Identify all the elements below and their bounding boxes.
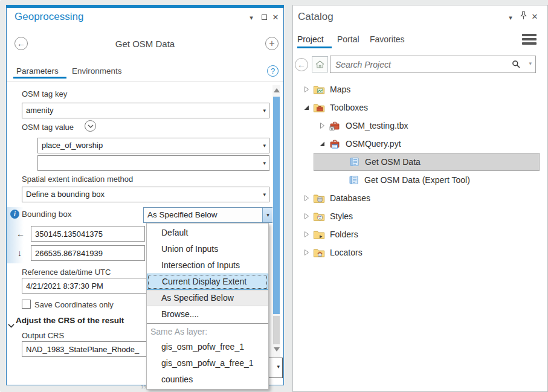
script-tool-icon [349, 175, 359, 185]
output-crs-label: Output CRS [22, 331, 64, 340]
menu-item-default[interactable]: Default [147, 225, 268, 241]
menu-item-current-display-extent[interactable]: Current Display Extent [147, 274, 268, 290]
tree-item-toolboxes[interactable]: Toolboxes [293, 98, 547, 117]
menu-item-as-specified-below[interactable]: As Specified Below [147, 290, 268, 306]
scroll-down-icon[interactable] [274, 347, 280, 352]
styles-folder-icon [314, 212, 324, 221]
search-icon[interactable] [512, 60, 521, 69]
tree-item-label: Styles [330, 211, 353, 221]
float-square-icon [262, 14, 267, 20]
expander-collapsed-icon[interactable] [303, 213, 310, 220]
panel-menu-icon[interactable]: ▾ [505, 13, 516, 22]
info-icon[interactable]: i [10, 210, 19, 219]
save-coordinates-label: Save Coordinates only [34, 300, 114, 309]
menu-item-layer-gis-osm-pofw-a-free-1[interactable]: gis_osm_pofw_a_free_1 [147, 355, 268, 371]
python-toolbox-icon [329, 139, 340, 149]
chevron-down-icon: ▾ [263, 138, 266, 153]
tree-item-label: Toolboxes [330, 103, 368, 112]
osm-tag-value-combobox-2[interactable]: ▾ [37, 155, 269, 171]
pin-icon[interactable] [518, 11, 529, 21]
chevron-down-icon [8, 324, 15, 328]
tab-favorites[interactable]: Favorites [370, 34, 405, 44]
scrollbar-thumb[interactable] [273, 97, 280, 314]
scrollbar-track-lower[interactable] [273, 316, 280, 344]
expander-expanded-icon[interactable] [318, 140, 326, 147]
osm-tag-value-label: OSM tag value [22, 123, 74, 132]
chevron-down-icon: ▾ [263, 187, 266, 202]
tab-project[interactable]: Project [297, 34, 324, 44]
tab-environments[interactable]: Environments [72, 66, 122, 76]
section-collapse-icon[interactable] [8, 320, 15, 330]
tree-item-locators[interactable]: Locators [293, 243, 547, 262]
geoprocessing-panel-title: Geoprocessing [15, 11, 83, 23]
osm-tag-value-1: place_of_worship [42, 141, 103, 150]
back-button[interactable]: ← [295, 58, 308, 71]
add-to-project-button[interactable]: + [265, 37, 279, 50]
tree-item-label: Folders [330, 230, 358, 239]
ref-datetime-label: Reference date/time UTC [22, 268, 111, 277]
panel-menu-icon[interactable]: ▾ [246, 13, 257, 22]
down-arrow-icon: ↓ [18, 248, 22, 258]
tree-item-styles[interactable]: Styles [293, 207, 547, 225]
expander-collapsed-icon[interactable] [303, 86, 310, 93]
expander-expanded-icon[interactable] [303, 104, 310, 111]
scroll-up-icon[interactable] [274, 88, 280, 92]
menu-icon[interactable] [522, 34, 537, 45]
expander-collapsed-icon[interactable] [303, 194, 310, 202]
output-crs-input[interactable] [22, 341, 147, 357]
toolboxes-folder-icon [314, 103, 324, 112]
extent-combobox[interactable]: As Specified Below ▾ [143, 207, 274, 223]
active-tab-underline [297, 47, 332, 48]
menu-item-layer-gis-osm-pofw-free-1[interactable]: gis_osm_pofw_free_1 [147, 339, 268, 355]
float-window-icon[interactable] [259, 13, 269, 22]
spatial-method-combobox[interactable]: Define a bounding box ▾ [22, 187, 269, 202]
menu-item-intersection-of-inputs[interactable]: Intersection of Inputs [147, 257, 268, 274]
expander-collapsed-icon[interactable] [303, 249, 310, 256]
tab-parameters[interactable]: Parameters [16, 66, 59, 76]
chevron-down-icon: ▾ [263, 103, 266, 118]
save-coordinates-checkbox[interactable] [22, 300, 31, 309]
catalog-panel-title: Catalog [298, 11, 334, 23]
tree-item-databases[interactable]: Databases [293, 189, 547, 207]
tree-item-folders[interactable]: Folders [293, 225, 547, 243]
extent-combobox-open-button[interactable]: ▾ [262, 208, 273, 222]
menu-separator [147, 323, 268, 324]
ref-datetime-input[interactable] [22, 278, 147, 294]
home-button[interactable] [312, 56, 328, 72]
search-box: ▾ [330, 56, 536, 73]
tree-item-osmquery-pyt[interactable]: OSMQuery.pyt [293, 135, 547, 153]
expander-collapsed-icon[interactable] [318, 122, 326, 129]
script-tool-icon [349, 157, 359, 167]
spatial-method-value: Define a bounding box [26, 190, 105, 199]
menu-item-layer-counties[interactable]: counties [147, 371, 268, 388]
locators-folder-icon [314, 248, 324, 257]
tree-item-get-osm-data[interactable]: Get OSM Data [293, 153, 547, 171]
folders-folder-icon [314, 230, 324, 239]
osm-tag-key-value: amenity [26, 106, 54, 115]
home-icon [315, 60, 325, 69]
tree-item-label: Databases [330, 193, 370, 203]
close-icon[interactable]: ✕ [270, 13, 281, 22]
search-options-icon[interactable]: ▾ [529, 60, 532, 66]
left-arrow-icon: ← [16, 229, 25, 239]
search-input[interactable] [330, 56, 512, 72]
tree-item-osm-testing-tbx[interactable]: OSM_testing.tbx [293, 117, 547, 135]
osm-tag-key-combobox[interactable]: amenity ▾ [22, 103, 269, 118]
tool-title: Get OSM Data [7, 39, 283, 49]
expander-collapsed-icon[interactable] [303, 231, 310, 238]
toolbox-home-icon [329, 121, 340, 130]
osm-tag-value-combobox-1[interactable]: place_of_worship ▾ [37, 138, 269, 153]
menu-item-union-of-inputs[interactable]: Union of Inputs [147, 241, 268, 257]
vertical-scrollbar[interactable] [272, 85, 280, 357]
help-icon[interactable]: ? [267, 65, 279, 77]
adjust-crs-section-header[interactable]: Adjust the CRS of the result [16, 316, 124, 325]
tree-item-get-osm-data-expert[interactable]: Get OSM Data (Expert Tool) [293, 171, 547, 189]
menu-item-browse[interactable]: Browse.... [147, 306, 268, 323]
xmin-input[interactable] [31, 226, 145, 242]
collapse-values-icon[interactable] [85, 120, 96, 132]
tree-item-label: Get OSM Data (Expert Tool) [364, 175, 470, 185]
tab-portal[interactable]: Portal [337, 34, 359, 44]
close-icon[interactable]: ✕ [529, 12, 540, 22]
tree-item-maps[interactable]: Maps [293, 80, 547, 98]
ymin-input[interactable] [31, 245, 145, 261]
